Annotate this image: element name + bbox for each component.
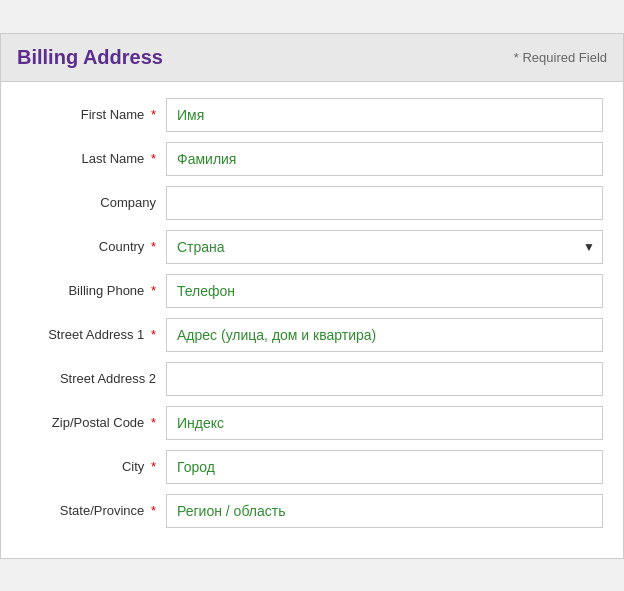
label-state-province: State/Province *	[21, 503, 166, 518]
form-row-first-name: First Name *	[21, 98, 603, 132]
form-row-city: City *	[21, 450, 603, 484]
required-note: * Required Field	[514, 50, 607, 65]
label-company: Company	[21, 195, 166, 210]
label-country: Country *	[21, 239, 166, 254]
label-billing-phone: Billing Phone *	[21, 283, 166, 298]
form-header: Billing Address * Required Field	[1, 34, 623, 82]
label-first-name: First Name *	[21, 107, 166, 122]
input-state-province[interactable]	[166, 494, 603, 528]
form-row-street-address-2: Street Address 2	[21, 362, 603, 396]
input-billing-phone[interactable]	[166, 274, 603, 308]
input-street-address-1[interactable]	[166, 318, 603, 352]
form-row-last-name: Last Name *	[21, 142, 603, 176]
select-country[interactable]: Страна	[166, 230, 603, 264]
form-row-company: Company	[21, 186, 603, 220]
input-first-name[interactable]	[166, 98, 603, 132]
form-row-street-address-1: Street Address 1 *	[21, 318, 603, 352]
required-star-country: *	[147, 239, 156, 254]
required-star-first-name: *	[147, 107, 156, 122]
form-body: First Name *Last Name *CompanyCountry *С…	[1, 82, 623, 558]
select-wrapper-country: Страна▼	[166, 230, 603, 264]
input-street-address-2[interactable]	[166, 362, 603, 396]
label-street-address-1: Street Address 1 *	[21, 327, 166, 342]
form-row-country: Country *Страна▼	[21, 230, 603, 264]
label-zip-postal-code: Zip/Postal Code *	[21, 415, 166, 430]
input-company[interactable]	[166, 186, 603, 220]
label-city: City *	[21, 459, 166, 474]
input-last-name[interactable]	[166, 142, 603, 176]
required-star-street-address-1: *	[147, 327, 156, 342]
label-street-address-2: Street Address 2	[21, 371, 166, 386]
form-row-state-province: State/Province *	[21, 494, 603, 528]
required-star-state-province: *	[147, 503, 156, 518]
input-city[interactable]	[166, 450, 603, 484]
required-star-last-name: *	[147, 151, 156, 166]
label-last-name: Last Name *	[21, 151, 166, 166]
input-zip-postal-code[interactable]	[166, 406, 603, 440]
form-row-billing-phone: Billing Phone *	[21, 274, 603, 308]
billing-address-form: Billing Address * Required Field First N…	[0, 33, 624, 559]
required-star-city: *	[147, 459, 156, 474]
required-star-zip-postal-code: *	[147, 415, 156, 430]
form-title: Billing Address	[17, 46, 163, 69]
required-star-billing-phone: *	[147, 283, 156, 298]
form-row-zip-postal-code: Zip/Postal Code *	[21, 406, 603, 440]
